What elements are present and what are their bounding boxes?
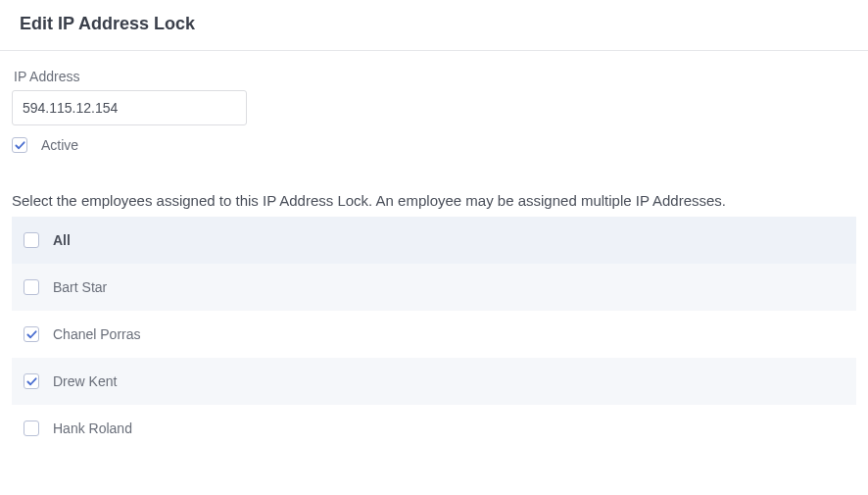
employee-name: Bart Star bbox=[53, 279, 107, 295]
employee-row: Hank Roland bbox=[12, 405, 856, 452]
employee-row: Drew Kent bbox=[12, 358, 856, 405]
active-checkbox[interactable] bbox=[12, 137, 27, 153]
employee-checkbox[interactable] bbox=[24, 421, 39, 436]
instruction-text: Select the employees assigned to this IP… bbox=[12, 192, 856, 209]
employee-checkbox[interactable] bbox=[24, 373, 39, 389]
employee-row-all: All bbox=[12, 217, 856, 264]
employee-checkbox[interactable] bbox=[24, 326, 39, 342]
check-icon bbox=[15, 140, 25, 151]
employee-name: Drew Kent bbox=[53, 373, 117, 389]
page-header: Edit IP Address Lock bbox=[0, 0, 868, 50]
employee-row: Chanel Porras bbox=[12, 311, 856, 358]
active-row: Active bbox=[12, 137, 856, 153]
all-label: All bbox=[53, 232, 71, 248]
employee-name: Chanel Porras bbox=[53, 326, 141, 342]
employee-list: All Bart Star Chanel Porras Drew Kent Ha bbox=[12, 217, 856, 452]
ip-address-group: IP Address bbox=[12, 69, 856, 125]
active-label: Active bbox=[41, 137, 78, 153]
content-area: IP Address Active Select the employees a… bbox=[0, 51, 868, 452]
all-checkbox[interactable] bbox=[24, 232, 39, 248]
ip-address-input[interactable] bbox=[12, 90, 247, 125]
check-icon bbox=[26, 329, 37, 340]
ip-address-label: IP Address bbox=[12, 69, 856, 84]
page-title: Edit IP Address Lock bbox=[20, 14, 848, 34]
employee-name: Hank Roland bbox=[53, 421, 132, 436]
employee-checkbox[interactable] bbox=[24, 279, 39, 295]
check-icon bbox=[26, 376, 37, 387]
employee-row: Bart Star bbox=[12, 264, 856, 311]
